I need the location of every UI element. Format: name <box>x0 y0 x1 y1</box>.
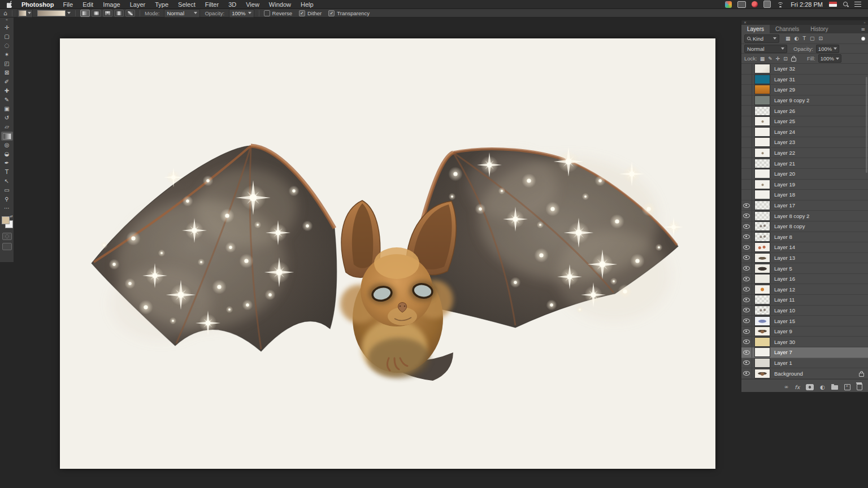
visibility-toggle[interactable] <box>741 368 752 378</box>
checkbox-transparency[interactable]: ✓Transparency <box>328 10 370 16</box>
eraser-tool-icon[interactable]: ▱ <box>1 123 13 132</box>
path-select-tool-icon[interactable]: ↖ <box>1 177 13 186</box>
filter-kind-select[interactable]: Kind <box>744 34 779 43</box>
layer-thumbnail[interactable] <box>755 359 770 367</box>
layer-row-layer-15[interactable]: Layer 15 <box>741 316 868 326</box>
lock-transparency-icon[interactable]: ▦ <box>760 56 765 62</box>
linear-gradient-button[interactable] <box>80 10 90 17</box>
layer-row-layer-13[interactable]: Layer 13 <box>741 253 868 264</box>
screen-mode-button[interactable] <box>2 243 12 250</box>
blend-mode-select[interactable]: Normal <box>164 9 200 18</box>
layer-style-icon[interactable]: fx <box>795 384 800 390</box>
collapse-tools-icon[interactable]: « <box>6 18 8 23</box>
layer-thumbnail[interactable] <box>755 243 770 251</box>
menu-edit[interactable]: Edit <box>83 1 93 8</box>
visibility-toggle[interactable] <box>741 137 752 147</box>
delete-layer-icon[interactable] <box>857 384 862 390</box>
visibility-toggle[interactable] <box>741 169 752 179</box>
layer-thumbnail[interactable] <box>755 117 770 125</box>
layer-row-layer-19[interactable]: Layer 19 <box>741 180 868 190</box>
spotlight-search-icon[interactable] <box>843 1 849 7</box>
visibility-toggle[interactable] <box>741 64 752 74</box>
layer-row-layer-12[interactable]: Layer 12 <box>741 284 868 295</box>
marquee-tool-icon[interactable]: ▢ <box>1 32 13 41</box>
visibility-toggle[interactable] <box>741 75 752 85</box>
brush-tool-icon[interactable]: ✎ <box>1 95 13 104</box>
layer-thumbnail[interactable] <box>755 306 770 315</box>
control-center-icon[interactable] <box>854 2 861 7</box>
layer-thumbnail[interactable] <box>755 138 770 146</box>
collapse-panel-icon[interactable]: » <box>863 21 866 24</box>
zoom-tool-icon[interactable]: ⚲ <box>1 195 13 204</box>
layer-thumbnail[interactable] <box>755 254 770 262</box>
adjustment-layer-icon[interactable]: ◐ <box>820 384 825 390</box>
visibility-toggle[interactable] <box>741 148 752 158</box>
layer-row-layer-18[interactable]: Layer 18 <box>741 190 868 201</box>
layer-thumbnail[interactable] <box>755 233 770 241</box>
visibility-toggle[interactable] <box>741 253 752 263</box>
apple-menu-icon[interactable] <box>7 1 14 8</box>
close-panel-icon[interactable]: ✕ <box>744 21 747 24</box>
layer-thumbnail[interactable] <box>755 285 770 294</box>
magic-wand-tool-icon[interactable]: ✶ <box>1 50 13 59</box>
dodge-tool-icon[interactable]: ◒ <box>1 150 13 159</box>
angle-gradient-button[interactable] <box>103 10 112 17</box>
layer-thumbnail[interactable] <box>755 169 770 178</box>
layer-thumbnail[interactable] <box>755 369 770 378</box>
visibility-toggle[interactable] <box>741 347 752 358</box>
layer-row-layer-22[interactable]: Layer 22 <box>741 148 868 159</box>
layer-row-layer-9-copy-2[interactable]: Layer 9 copy 2 <box>741 95 868 106</box>
opacity-select[interactable]: 100% <box>229 9 254 18</box>
eyedropper-tool-icon[interactable]: ✐ <box>1 77 13 86</box>
menu-3d[interactable]: 3D <box>228 1 236 8</box>
visibility-toggle[interactable] <box>741 284 752 294</box>
visibility-toggle[interactable] <box>741 316 752 326</box>
lock-all-icon[interactable] <box>791 58 796 62</box>
layer-thumbnail[interactable] <box>755 128 770 136</box>
tab-channels[interactable]: Channels <box>770 25 805 33</box>
layer-thumbnail[interactable] <box>755 317 770 325</box>
menu-select[interactable]: Select <box>178 1 196 8</box>
layer-row-layer-29[interactable]: Layer 29 <box>741 85 868 95</box>
gradient-tool-icon[interactable] <box>1 132 13 141</box>
layer-thumbnail[interactable] <box>755 212 770 220</box>
active-app-name[interactable]: Photoshop <box>21 1 54 8</box>
layer-row-layer-20[interactable]: Layer 20 <box>741 169 868 180</box>
layer-thumbnail[interactable] <box>755 96 770 104</box>
reflected-gradient-button[interactable] <box>114 10 124 17</box>
layer-thumbnail[interactable] <box>755 180 770 189</box>
visibility-toggle[interactable] <box>741 337 752 347</box>
layer-blend-mode-select[interactable]: Normal <box>744 45 787 53</box>
layer-row-layer-10[interactable]: Layer 10 <box>741 306 868 316</box>
type-filter-icon[interactable]: T <box>802 36 806 41</box>
swap-colors-icon[interactable]: ⇄ <box>10 214 12 218</box>
layer-thumbnail[interactable] <box>755 274 770 283</box>
layer-row-layer-7[interactable]: Layer 7 <box>741 347 868 358</box>
filter-toggle-icon[interactable] <box>861 37 865 41</box>
layer-row-layer-16[interactable]: Layer 16 <box>741 274 868 285</box>
link-layers-icon[interactable]: ∞ <box>784 384 789 390</box>
visibility-toggle[interactable] <box>741 158 752 168</box>
visibility-toggle[interactable] <box>741 263 752 273</box>
clone-stamp-tool-icon[interactable]: ▣ <box>1 104 13 114</box>
move-tool-icon[interactable]: ✛ <box>1 23 13 32</box>
layer-row-layer-1[interactable]: Layer 1 <box>741 358 868 369</box>
layer-row-layer-32[interactable]: Layer 32 <box>741 64 868 75</box>
diamond-gradient-button[interactable] <box>125 10 135 17</box>
menu-layer[interactable]: Layer <box>130 1 146 8</box>
layer-row-layer-8[interactable]: Layer 8 <box>741 232 868 243</box>
menu-filter[interactable]: Filter <box>205 1 219 8</box>
layer-thumbnail[interactable] <box>755 348 770 356</box>
visibility-toggle[interactable] <box>741 358 752 368</box>
layer-thumbnail[interactable] <box>755 149 770 157</box>
menu-type[interactable]: Type <box>155 1 168 8</box>
layer-row-layer-25[interactable]: Layer 25 <box>741 116 868 127</box>
blur-tool-icon[interactable]: ◎ <box>1 141 13 150</box>
layer-row-layer-17[interactable]: Layer 17 <box>741 201 868 211</box>
menu-file[interactable]: File <box>63 1 73 8</box>
checkbox-box[interactable]: ✓ <box>328 10 335 16</box>
layer-thumbnail[interactable] <box>755 264 770 273</box>
frame-tool-icon[interactable]: ⊠ <box>1 68 13 77</box>
layer-thumbnail[interactable] <box>755 327 770 336</box>
visibility-toggle[interactable] <box>741 201 752 211</box>
